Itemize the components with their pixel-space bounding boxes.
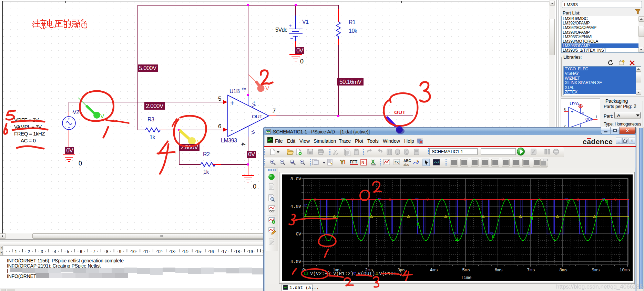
svg-text:Time: Time xyxy=(461,275,471,280)
svg-text:18: 18 xyxy=(235,249,240,254)
svg-text:6ms: 6ms xyxy=(494,268,502,273)
svg-text:5ms: 5ms xyxy=(462,268,470,273)
svg-text:9ms: 9ms xyxy=(592,268,600,273)
svg-text:OUT: OUT xyxy=(585,118,593,121)
svg-text:16: 16 xyxy=(209,249,214,254)
svg-text:+: + xyxy=(571,109,573,114)
svg-text:14: 14 xyxy=(183,249,188,254)
svg-text:12: 12 xyxy=(157,249,162,254)
svg-text:3: 3 xyxy=(41,249,43,254)
svg-text:13: 13 xyxy=(170,249,175,254)
svg-text:2: 2 xyxy=(28,249,30,254)
svg-text:ABC: ABC xyxy=(403,159,411,163)
svg-text:17: 17 xyxy=(222,249,227,254)
svg-text:8: 8 xyxy=(106,249,109,254)
svg-text:7: 7 xyxy=(93,249,95,254)
svg-text:9: 9 xyxy=(119,249,121,254)
svg-text:6: 6 xyxy=(80,249,82,254)
svg-text:19: 19 xyxy=(248,249,253,254)
svg-text:10ms: 10ms xyxy=(619,268,630,273)
svg-text:U?A: U?A xyxy=(570,101,579,106)
svg-text:1: 1 xyxy=(595,115,597,119)
svg-text:8ms: 8ms xyxy=(559,268,567,273)
svg-text:4.0V: 4.0V xyxy=(290,204,301,209)
svg-text:f(x): f(x) xyxy=(395,160,399,164)
svg-text:3: 3 xyxy=(564,108,566,112)
svg-text:8.0V: 8.0V xyxy=(290,177,301,182)
svg-text:15: 15 xyxy=(196,249,201,254)
svg-text:10: 10 xyxy=(131,249,136,254)
svg-text:!: ! xyxy=(344,159,346,165)
svg-text:-4.0V: -4.0V xyxy=(288,259,301,264)
svg-text:V+: V+ xyxy=(581,112,584,116)
svg-text:11: 11 xyxy=(144,249,149,254)
svg-text:2: 2 xyxy=(263,249,264,254)
svg-text:FFT: FFT xyxy=(350,160,358,164)
svg-text:X: X xyxy=(371,159,375,165)
svg-text:abc: abc xyxy=(403,163,409,167)
svg-text:0V: 0V xyxy=(296,232,301,237)
svg-text:4: 4 xyxy=(54,249,56,254)
svg-text:1: 1 xyxy=(15,249,17,254)
svg-text:N=: N= xyxy=(361,160,366,164)
svg-text:5: 5 xyxy=(67,249,69,254)
svg-text:7ms: 7ms xyxy=(527,268,535,273)
